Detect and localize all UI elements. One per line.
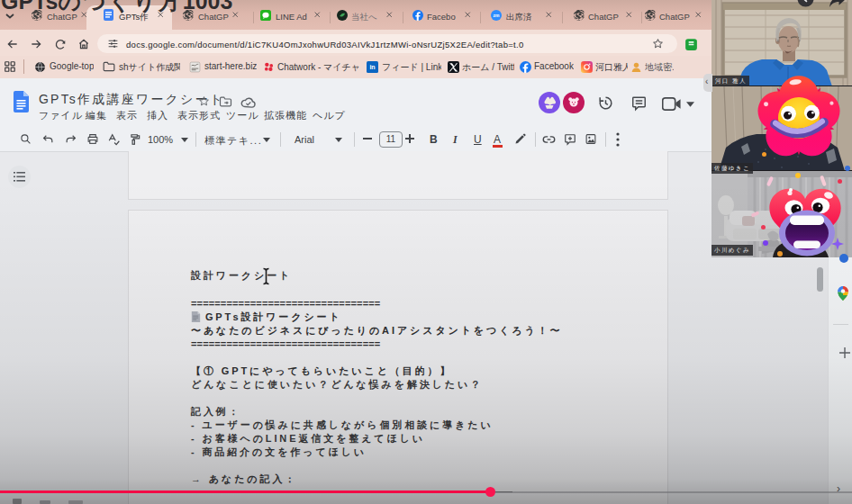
svg-text:zm: zm [494, 13, 501, 18]
svg-text:in: in [369, 64, 375, 70]
